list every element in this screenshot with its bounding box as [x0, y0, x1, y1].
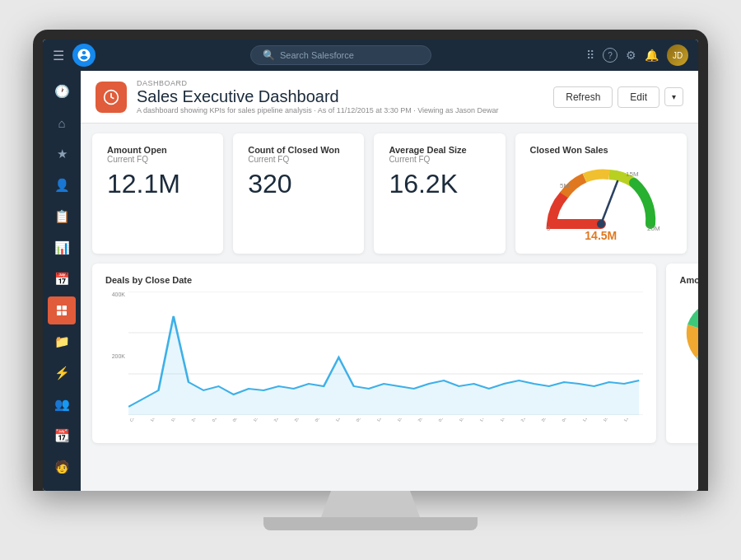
sidebar-item-folder[interactable]: 📁: [48, 328, 76, 356]
svg-marker-15: [128, 316, 639, 415]
help-icon[interactable]: ?: [603, 48, 618, 63]
donut-content: 14.5 Lead Source Web: [679, 292, 698, 382]
bell-icon[interactable]: 🔔: [645, 49, 659, 62]
kpi-amount-open: Amount Open Current FQ 12.1M: [92, 133, 223, 254]
monitor: ☰ 🔍 Search Salesforce ⠿ ?: [33, 30, 708, 491]
edit-button[interactable]: Edit: [618, 86, 659, 108]
search-box[interactable]: 🔍 Search Salesforce: [250, 45, 431, 65]
donut-chart: 14.5: [679, 292, 698, 382]
kpi-value-1: 320: [248, 169, 349, 199]
sidebar-item-list[interactable]: 📋: [48, 203, 76, 231]
kpi-sub-2: Current FQ: [389, 155, 490, 164]
line-chart-title: Deals by Close Date: [105, 275, 643, 285]
kpi-sub-1: Current FQ: [248, 155, 349, 164]
body: 🕐 ⌂ ★ 👤 📋 📊 📅 📁 ⚡ 👥 📆 🧑: [43, 71, 698, 491]
search-area: 🔍 Search Salesforce: [104, 45, 578, 65]
title-area: DASHBOARD Sales Executive Dashboard A da…: [137, 79, 499, 114]
avatar[interactable]: JD: [667, 44, 688, 66]
monitor-stand-neck: [321, 491, 420, 517]
sidebar-item-home[interactable]: ⌂: [48, 109, 76, 137]
donut-title: Amount Closed by Lead Source: [679, 275, 698, 285]
donut-card: Amount Closed by Lead Source: [666, 264, 698, 443]
dashboard-icon: [96, 82, 127, 113]
sidebar-item-people[interactable]: 👥: [48, 390, 76, 418]
kpi-value-0: 12.1M: [107, 169, 208, 199]
search-placeholder: Search Salesforce: [280, 50, 354, 60]
bottom-row: Deals by Close Date 400K 200K: [81, 264, 698, 453]
svg-text:5M: 5M: [560, 182, 569, 189]
dashboard-header: DASHBOARD Sales Executive Dashboard A da…: [81, 71, 698, 124]
sidebar-item-contacts[interactable]: 👤: [48, 171, 76, 199]
sidebar-item-clock[interactable]: 🕐: [48, 77, 76, 105]
screen: ☰ 🔍 Search Salesforce ⠿ ?: [43, 40, 698, 491]
svg-text:0: 0: [547, 225, 551, 232]
header-left: DASHBOARD Sales Executive Dashboard A da…: [96, 79, 499, 114]
kpi-avg-deal: Average Deal Size Current FQ 16.2K: [374, 133, 505, 254]
svg-text:15M: 15M: [626, 170, 639, 178]
sidebar-item-calendar[interactable]: 📅: [48, 265, 76, 293]
nav-right: ⠿ ? ⚙ 🔔 JD: [586, 44, 688, 66]
dropdown-button[interactable]: ▾: [664, 87, 683, 106]
header-actions: Refresh Edit ▾: [553, 86, 683, 108]
kpi-label-2: Average Deal Size: [389, 145, 490, 155]
search-icon: 🔍: [263, 49, 275, 61]
page-title: Sales Executive Dashboard: [137, 87, 499, 106]
svg-point-6: [597, 220, 605, 228]
sidebar-item-cal2[interactable]: 📆: [48, 422, 76, 450]
sidebar-item-dashboard[interactable]: [48, 296, 76, 324]
dash-label: DASHBOARD: [137, 79, 499, 87]
refresh-button[interactable]: Refresh: [553, 86, 613, 108]
kpi-closed-won: Count of Closed Won Current FQ 320: [233, 133, 364, 254]
kpi-sub-0: Current FQ: [107, 155, 208, 164]
kpi-label-0: Amount Open: [107, 145, 208, 155]
svg-rect-2: [57, 311, 61, 315]
settings-icon[interactable]: ⚙: [626, 49, 636, 62]
dash-subtitle: A dashboard showing KPIs for sales pipel…: [137, 106, 499, 114]
svg-line-5: [601, 181, 618, 224]
svg-text:20M: 20M: [647, 225, 660, 232]
nav-left: ☰: [53, 44, 96, 67]
svg-rect-3: [63, 311, 67, 315]
kpi-value-2: 16.2K: [389, 169, 490, 199]
line-chart-card: Deals by Close Date 400K 200K: [92, 264, 656, 443]
salesforce-logo: [72, 44, 96, 67]
svg-rect-1: [63, 306, 67, 310]
svg-rect-0: [57, 306, 61, 310]
kpi-label-1: Count of Closed Won: [248, 145, 349, 155]
x-label-1: 14/02/2013: [149, 418, 172, 427]
gauge-title: Closed Won Sales: [530, 145, 608, 155]
main-content: DASHBOARD Sales Executive Dashboard A da…: [81, 71, 698, 491]
y-label-200k: 200K: [105, 353, 128, 359]
sidebar: 🕐 ⌂ ★ 👤 📋 📊 📅 📁 ⚡ 👥 📆 🧑: [43, 71, 81, 491]
sidebar-item-bolt[interactable]: ⚡: [48, 359, 76, 387]
kpi-row: Amount Open Current FQ 12.1M Count of Cl…: [81, 124, 698, 264]
grid-icon[interactable]: ⠿: [586, 49, 594, 62]
line-chart-svg: [128, 292, 643, 415]
x-label-24: 11/11/2015: [622, 418, 643, 427]
gauge-chart: 0 5M 15M 20M: [535, 158, 667, 232]
sidebar-item-star[interactable]: ★: [48, 140, 76, 168]
monitor-stand-base: [263, 517, 478, 530]
gauge-card: Closed Won Sales: [515, 133, 687, 254]
y-label-400k: 400K: [105, 292, 128, 297]
hamburger-icon[interactable]: ☰: [53, 48, 64, 63]
sidebar-item-person[interactable]: 🧑: [48, 453, 76, 481]
top-nav: ☰ 🔍 Search Salesforce ⠿ ?: [43, 40, 698, 71]
sidebar-item-chart[interactable]: 📊: [48, 234, 76, 262]
